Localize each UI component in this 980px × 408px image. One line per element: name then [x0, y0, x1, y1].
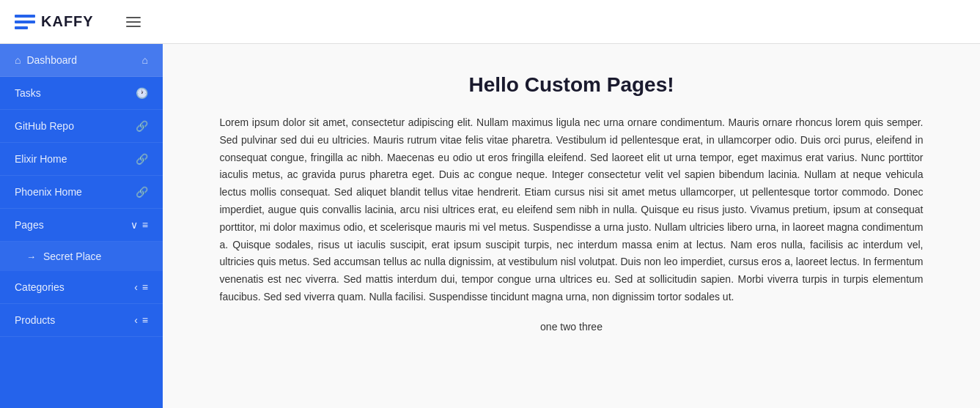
layout: ⌂ Dashboard ⌂ Tasks 🕐 GitHub Repo 🔗 Elix… [0, 44, 980, 408]
sidebar-item-phoenix-home[interactable]: Phoenix Home 🔗 [0, 176, 163, 209]
sidebar-item-elixir-home[interactable]: Elixir Home 🔗 [0, 143, 163, 176]
logo-text: KAFFY [41, 13, 94, 30]
sidebar-item-products[interactable]: Products ‹ ≡ [0, 304, 163, 337]
page-body-text: Lorem ipsum dolor sit amet, consectetur … [220, 114, 924, 306]
sidebar-item-categories-right: ‹ ≡ [134, 281, 148, 293]
sidebar-item-pages-right: ∨ ≡ [130, 219, 148, 231]
sidebar-item-phoenix-left: Phoenix Home [15, 186, 82, 198]
sidebar-item-dashboard-label: Dashboard [26, 54, 77, 66]
list-icon-products: ≡ [142, 314, 148, 326]
sidebar-item-pages-label: Pages [15, 219, 44, 231]
sidebar-subitem-secret-place[interactable]: → Secret Place [0, 242, 163, 271]
sidebar-item-phoenix-label: Phoenix Home [15, 186, 82, 198]
sidebar-item-github-left: GitHub Repo [15, 120, 74, 132]
sidebar-item-products-left: Products [15, 314, 55, 326]
sidebar-item-elixir-label: Elixir Home [15, 153, 67, 165]
sidebar-item-categories-label: Categories [15, 281, 65, 293]
list-icon-pages: ≡ [142, 219, 148, 231]
top-header: KAFFY [0, 0, 980, 44]
dashboard-right-icon: ⌂ [142, 54, 148, 66]
page-footer-text: one two three [207, 321, 936, 333]
sidebar-item-tasks[interactable]: Tasks 🕐 [0, 77, 163, 110]
svg-rect-0 [15, 15, 35, 18]
sidebar: ⌂ Dashboard ⌂ Tasks 🕐 GitHub Repo 🔗 Elix… [0, 44, 163, 408]
list-icon-categories: ≡ [142, 281, 148, 293]
hamburger-line-1 [126, 17, 141, 18]
svg-rect-2 [15, 26, 28, 29]
svg-rect-1 [15, 21, 35, 23]
home-icon: ⌂ [15, 54, 21, 66]
link-icon-phoenix: 🔗 [136, 186, 148, 198]
sidebar-item-products-right: ‹ ≡ [134, 314, 148, 326]
sidebar-item-products-label: Products [15, 314, 55, 326]
sidebar-item-pages[interactable]: Pages ∨ ≡ [0, 209, 163, 242]
logo[interactable]: KAFFY [15, 12, 94, 32]
sidebar-item-dashboard-left: ⌂ Dashboard [15, 54, 77, 66]
sidebar-item-categories-left: Categories [15, 281, 65, 293]
sidebar-item-github-repo[interactable]: GitHub Repo 🔗 [0, 110, 163, 143]
sidebar-item-categories[interactable]: Categories ‹ ≡ [0, 271, 163, 304]
chevron-left-icon-products: ‹ [134, 314, 138, 326]
hamburger-line-2 [126, 21, 141, 23]
sidebar-subitem-secret-place-label: Secret Place [43, 251, 101, 262]
chevron-down-icon-pages: ∨ [130, 219, 138, 231]
page-heading: Hello Custom Pages! [207, 73, 936, 97]
sidebar-item-pages-left: Pages [15, 219, 44, 231]
logo-icon [15, 12, 35, 32]
main-content: Hello Custom Pages! Lorem ipsum dolor si… [163, 44, 980, 408]
sidebar-item-dashboard[interactable]: ⌂ Dashboard ⌂ [0, 44, 163, 77]
clock-icon: 🕐 [136, 87, 148, 99]
hamburger-button[interactable] [123, 14, 144, 30]
sidebar-item-tasks-label: Tasks [15, 87, 41, 99]
sidebar-item-github-label: GitHub Repo [15, 120, 74, 132]
sidebar-item-tasks-left: Tasks [15, 87, 41, 99]
arrow-right-icon: → [26, 251, 36, 262]
link-icon-elixir: 🔗 [136, 153, 148, 165]
hamburger-line-3 [126, 26, 141, 27]
sidebar-item-elixir-left: Elixir Home [15, 153, 67, 165]
chevron-left-icon-categories: ‹ [134, 281, 138, 293]
link-icon-github: 🔗 [136, 120, 148, 132]
